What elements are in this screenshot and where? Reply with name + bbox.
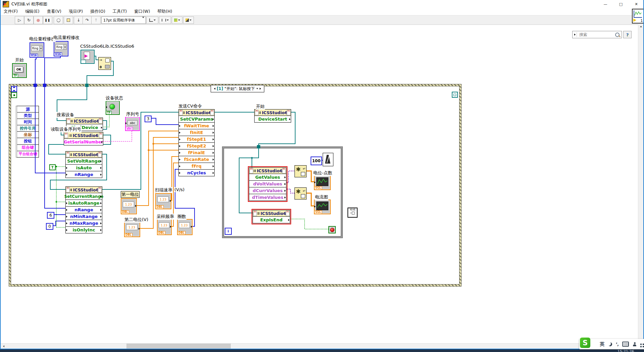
method-row[interactable]: DeviceStart — [255, 116, 291, 122]
first-potential-label[interactable]: 第一电位 — [121, 191, 140, 198]
param-row[interactable]: fFrq — [179, 163, 214, 169]
menu-file[interactable]: 文件(F) — [0, 9, 21, 14]
first-potential-control[interactable]: 1.23 DBL — [121, 198, 137, 214]
event-data-type[interactable]: 类型 — [17, 112, 39, 119]
method-row[interactable]: SetVoltRange — [66, 158, 102, 164]
punctuation-icon[interactable]: ’, — [616, 342, 619, 347]
search-input[interactable] — [579, 32, 615, 37]
variant-to-data-node[interactable]: ✱ ↵ — [294, 187, 307, 200]
param-row[interactable]: fFinalE — [179, 149, 214, 156]
tunnel-volt-range[interactable] — [34, 84, 37, 87]
keyboard-icon[interactable] — [622, 342, 629, 347]
event-selector-dropdown-icon[interactable] — [256, 88, 258, 89]
context-help-button[interactable]: ? — [623, 31, 632, 38]
method-row[interactable]: ExpIsEnd — [253, 217, 290, 223]
event-data-node[interactable]: 源 类型 时间 控件引用 坐标 按钮 组合键 平台组合键 — [16, 106, 39, 158]
reorder-dropdown[interactable] — [183, 16, 194, 24]
scrollbar-thumb[interactable] — [126, 344, 231, 349]
class-constant[interactable] — [80, 50, 95, 64]
close-button[interactable]: ✕ — [629, 0, 644, 8]
param-row[interactable]: dTimeValues — [249, 194, 286, 201]
param-row[interactable]: isAutoRange — [66, 200, 102, 206]
menu-operate[interactable]: 操作(O) — [87, 9, 109, 14]
menu-help[interactable]: 帮助(H) — [154, 9, 176, 14]
resize-objects-dropdown[interactable] — [172, 16, 182, 24]
loop-delay-constant[interactable]: 100 — [311, 157, 322, 165]
param-row[interactable]: nMinRange — [66, 213, 102, 220]
vi-icon[interactable]: 1 — [632, 9, 644, 24]
timeout-terminal-icon[interactable] — [11, 86, 17, 92]
loop-iteration-terminal[interactable]: i — [225, 228, 232, 235]
invoke-node-set-cv-params[interactable]: ?! ⇉ ICSStudio6 ?! SetCVParams fWaitTime… — [178, 109, 215, 176]
step-out-icon[interactable]: ↑ — [91, 16, 101, 24]
distribute-objects-dropdown[interactable] — [159, 16, 171, 24]
cycles-control[interactable]: 1.23 DBL — [177, 219, 193, 235]
dynamic-event-terminal-icon[interactable] — [11, 92, 17, 98]
run-continuous-icon[interactable]: ↻ — [24, 16, 34, 24]
moon-icon[interactable] — [608, 342, 612, 346]
vertical-scrollbar[interactable] — [638, 24, 644, 343]
method-row[interactable]: SetCurrentRange — [66, 193, 102, 200]
retain-wire-values-icon[interactable] — [64, 16, 73, 24]
step-into-icon[interactable]: ↓ — [74, 16, 83, 24]
loop-condition-terminal[interactable] — [328, 226, 336, 233]
event-data-platmods[interactable]: 平台组合键 — [17, 151, 39, 157]
start-button-terminal[interactable]: OK TF — [12, 63, 27, 78]
menu-window[interactable]: 窗口(W) — [130, 9, 154, 14]
volt-chart-terminal[interactable]: SGL — [314, 175, 331, 190]
event-data-button[interactable]: 按钮 — [17, 138, 39, 144]
scan-rate-control[interactable]: 1.23 DBL — [155, 193, 171, 209]
curr-ring-terminal[interactable]: Ring U16 — [54, 41, 68, 56]
invoke-node-set-volt-range[interactable]: ?! ⇉ ICSStudio6 ?! SetVoltRange isAuto n… — [65, 151, 102, 178]
method-row[interactable]: SetCVParams — [179, 116, 214, 122]
menu-edit[interactable]: 编辑(E) — [21, 9, 43, 14]
menu-view[interactable]: 查看(V) — [43, 9, 65, 14]
param-row[interactable]: fScanRate — [179, 156, 214, 163]
maximize-button[interactable]: □ — [613, 0, 629, 8]
volt-ring-terminal[interactable]: Ring U16 — [30, 42, 44, 58]
wait-ms-function[interactable] — [323, 153, 333, 166]
event-selector-label[interactable]: [1] "开始": 鼠标按下 — [211, 85, 264, 92]
method-row[interactable]: GetValues — [249, 174, 286, 180]
event-prev-icon[interactable] — [214, 88, 215, 90]
abort-button-icon[interactable]: ● — [34, 16, 43, 24]
param-row[interactable]: nCycles — [179, 169, 214, 176]
sogou-logo[interactable]: S — [580, 338, 590, 348]
run-button-icon[interactable]: ▷ — [15, 16, 24, 24]
serial-number-indicator[interactable]: abc abc — [125, 117, 140, 131]
param-row[interactable]: fWaitTime — [179, 122, 214, 129]
subvi-icon[interactable]: 相/磁 c — [347, 208, 358, 218]
user-icon[interactable] — [633, 342, 637, 346]
param-row[interactable]: isOnlyInc — [66, 226, 102, 233]
param-row[interactable]: nRange — [66, 171, 102, 178]
event-data-coords[interactable]: 坐标 — [17, 131, 39, 138]
menu-grid-icon[interactable] — [640, 344, 642, 345]
true-constant[interactable]: T — [49, 164, 56, 170]
tunnel-curr-range[interactable] — [43, 84, 46, 87]
event-data-source[interactable]: 源 — [17, 106, 39, 112]
event-data-time[interactable]: 时间 — [17, 119, 39, 125]
device-status-led[interactable]: TF — [106, 101, 120, 115]
wait-time-constant[interactable]: 3 — [145, 116, 152, 122]
method-row[interactable]: GetSerialNumber — [64, 139, 103, 145]
invoke-node-exp-is-end[interactable]: ?! ⇉ ICSStudio6 ?! ExpIsEnd — [253, 210, 290, 223]
param-row[interactable]: fStepE1 — [179, 136, 214, 142]
minimize-button[interactable]: — — [598, 0, 613, 8]
tunnel-class-ref[interactable] — [85, 84, 89, 87]
invoke-node-device-start[interactable]: ?! ⇉ ICSStudio6 ?! DeviceStart — [254, 109, 291, 123]
invoke-node-get-values[interactable]: ?! ⇉ ICSStudio6 ?! GetValues dVoltValues… — [249, 167, 286, 201]
min-range-constant[interactable]: 6 — [47, 212, 54, 219]
curr-chart-terminal[interactable]: SGL — [314, 200, 331, 214]
param-row[interactable]: isAuto — [66, 164, 102, 171]
param-row[interactable]: fStepE2 — [179, 142, 214, 149]
event-filter-terminal-icon[interactable] — [452, 92, 458, 98]
constructor-node[interactable]: → 0 — [98, 57, 111, 70]
param-row[interactable]: nRange — [66, 206, 102, 213]
highlight-execution-icon[interactable] — [54, 16, 63, 24]
taskbar[interactable]: 15:21:26 — [0, 349, 644, 352]
font-selector[interactable]: 17pt 应用程序字体 — [101, 16, 146, 24]
max-range-constant[interactable]: 0 — [46, 223, 53, 230]
step-over-icon[interactable]: ↷ — [83, 16, 92, 24]
menu-project[interactable]: 项目(P) — [65, 9, 87, 14]
sample-freq-control[interactable]: 1.23 DBL — [157, 219, 172, 235]
